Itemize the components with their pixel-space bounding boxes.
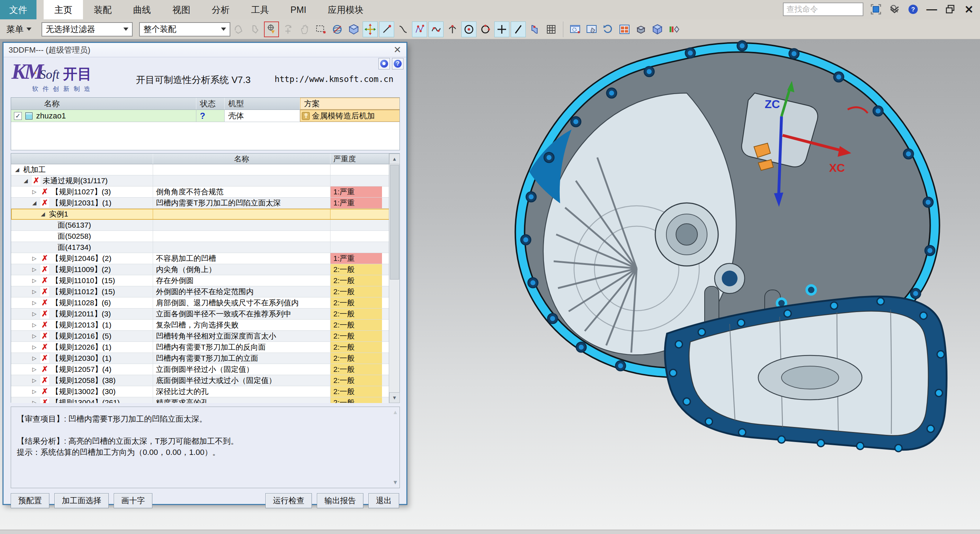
window-minimize-button[interactable]: —: [926, 3, 938, 15]
snap-point-icon[interactable]: [264, 21, 279, 37]
expand-arrow-icon[interactable]: ▷: [30, 333, 38, 339]
shaded-view-icon[interactable]: [346, 21, 361, 37]
collapse-arrow-icon[interactable]: ◢: [39, 211, 47, 217]
help-button[interactable]: ?: [392, 58, 403, 69]
collapse-arrow-icon[interactable]: ◢: [13, 166, 21, 173]
ribbon-tab-文件[interactable]: 文件: [0, 0, 37, 19]
help-icon[interactable]: ?: [907, 3, 919, 15]
tree-row[interactable]: ▷✗【规则12016】(5)凹槽转角半径相对立面深度而言太小2:一般: [11, 331, 399, 342]
minimize-ribbon-icon[interactable]: [888, 3, 900, 15]
tree-row[interactable]: ▷✗【规则11010】(15)存在外倒圆2:一般: [11, 275, 399, 286]
touch-mode-icon[interactable]: [231, 21, 246, 37]
ribbon-tab-曲线[interactable]: 曲线: [123, 0, 162, 19]
column-header-name[interactable]: 名称: [11, 98, 196, 110]
ribbon-tab-主页[interactable]: 主页: [44, 0, 83, 19]
intersection-snap-icon[interactable]: [494, 21, 509, 37]
collapse-arrow-icon[interactable]: ◢: [30, 200, 38, 206]
details-scroll-down-icon[interactable]: ▼: [392, 479, 398, 486]
move-object-icon[interactable]: [363, 21, 378, 37]
expand-arrow-icon[interactable]: ▷: [30, 311, 38, 317]
ribbon-tab-分析[interactable]: 分析: [201, 0, 240, 19]
fit-window-icon[interactable]: [568, 21, 582, 37]
ribbon-tab-应用模块[interactable]: 应用模块: [317, 0, 374, 19]
part-checkbox[interactable]: ✓: [14, 112, 22, 120]
section-view-icon[interactable]: [633, 21, 648, 37]
expand-arrow-icon[interactable]: ▷: [30, 277, 38, 284]
tree-row[interactable]: ▷✗【规则11012】(15)外倒圆的半径不在给定范围内2:一般: [11, 286, 399, 297]
expand-arrow-icon[interactable]: ▷: [30, 266, 38, 273]
solid-cube-icon[interactable]: [650, 21, 665, 37]
rotate-view-icon[interactable]: [601, 21, 616, 37]
tree-row[interactable]: ▷✗【规则11027】(3)倒角角度不符合规范1:严重: [11, 187, 399, 198]
face-snap-icon[interactable]: [527, 21, 542, 37]
pan-hand-icon[interactable]: [297, 21, 312, 37]
expand-arrow-icon[interactable]: ▷: [30, 255, 38, 261]
ribbon-tab-视图[interactable]: 视图: [162, 0, 201, 19]
tree-row[interactable]: ▷✗【规则12013】(1)复杂凹槽，方向选择失败2:一般: [11, 320, 399, 331]
ribbon-tab-PMI[interactable]: PMI: [280, 0, 317, 19]
dialog-close-button[interactable]: ✕: [393, 45, 401, 56]
expand-arrow-icon[interactable]: ▷: [30, 388, 38, 395]
expand-arrow-icon[interactable]: ▷: [30, 189, 38, 195]
button-运行检查[interactable]: 运行检查: [266, 493, 312, 508]
expand-arrow-icon[interactable]: ▷: [30, 399, 38, 403]
expand-arrow-icon[interactable]: ▷: [30, 300, 38, 306]
expand-arrow-icon[interactable]: ▷: [30, 377, 38, 384]
pan-view-icon[interactable]: [584, 21, 599, 37]
tree-row[interactable]: ▷✗【规则11009】(2)内尖角（倒角上）2:一般: [11, 264, 399, 275]
tangent-snap-icon[interactable]: [396, 21, 410, 37]
tree-row[interactable]: ▷✗【规则12030】(1)凹槽内有需要T形刀加工的立面2:一般: [11, 353, 399, 364]
tree-row[interactable]: 面(56137): [11, 220, 399, 231]
marquee-select-icon[interactable]: [313, 21, 328, 37]
spline-pole-snap-icon[interactable]: [412, 21, 427, 37]
expand-arrow-icon[interactable]: ▷: [30, 366, 38, 373]
details-scroll-up-icon[interactable]: ▲: [392, 409, 398, 416]
collapse-arrow-icon[interactable]: ◢: [22, 177, 30, 184]
scroll-down-icon[interactable]: ▼: [389, 392, 400, 403]
reorient-icon[interactable]: [280, 21, 296, 37]
ribbon-tab-工具[interactable]: 工具: [240, 0, 280, 19]
tree-column-name[interactable]: 名称: [153, 153, 331, 164]
selection-filter-dropdown[interactable]: 无选择过滤器: [41, 22, 133, 37]
tree-row[interactable]: ▷✗【规则12011】(3)立面各倒圆半径不一致或不在推荐系列中2:一般: [11, 309, 399, 320]
tree-row[interactable]: ▷✗【规则12026】(1)凹槽内有需要T形刀加工的反向面2:一般: [11, 342, 399, 353]
tree-row[interactable]: ◢✗未通过规则(31/117): [11, 175, 399, 187]
tree-row[interactable]: ▷✗【规则13004】(261)精度要求高的孔2:一般: [11, 397, 399, 403]
button-退出[interactable]: 退出: [368, 493, 399, 508]
tree-row[interactable]: ▷✗【规则13002】(30)深径比过大的孔2:一般: [11, 386, 399, 397]
column-header-scheme[interactable]: 方案: [300, 98, 399, 110]
tree-column-severity[interactable]: 严重度: [331, 153, 382, 164]
expand-arrow-icon[interactable]: ▷: [30, 289, 38, 295]
expand-arrow-icon[interactable]: ▷: [30, 344, 38, 351]
window-close-button[interactable]: ✕: [963, 3, 975, 15]
tree-row[interactable]: ▷✗【规则12046】(2)不容易加工的凹槽1:严重: [11, 253, 399, 264]
expand-arrow-icon[interactable]: ▷: [30, 322, 38, 328]
quadrant-snap-icon[interactable]: [445, 21, 460, 37]
button-画十字[interactable]: 画十字: [114, 493, 153, 508]
curve-point-snap-icon[interactable]: [428, 21, 444, 37]
result-details-panel[interactable]: 【审查项目】: 凹槽内需要T形刀加工的凹陷立面太深。 【结果分析】: 高亮的凹槽…: [11, 406, 400, 488]
scrollbar-thumb[interactable]: [390, 165, 399, 279]
tree-row[interactable]: ◢实例1: [11, 209, 399, 220]
command-search-box[interactable]: [783, 3, 864, 16]
about-button[interactable]: [379, 58, 390, 69]
layout-grid-icon[interactable]: [617, 21, 632, 37]
clip-section-icon[interactable]: [666, 21, 681, 37]
tree-row[interactable]: ▷✗【规则12057】(4)立面倒圆半径过小（固定值）2:一般: [11, 364, 399, 375]
tree-row[interactable]: ◢机加工: [11, 164, 399, 175]
scroll-up-icon[interactable]: ▲: [389, 153, 400, 164]
tree-row[interactable]: 面(41734): [11, 242, 399, 253]
point-on-line-snap-icon[interactable]: [511, 21, 526, 37]
part-row[interactable]: ✓ zhuzao1 ? 壳体 金属模铸造后机加: [11, 110, 399, 122]
tree-row[interactable]: ▷✗【规则11028】(6)肩部倒圆、退刀槽缺失或尺寸不在系列值内2:一般: [11, 297, 399, 309]
menu-button[interactable]: 菜单: [3, 24, 35, 35]
tree-row[interactable]: ◢✗【规则12031】(1)凹槽内需要T形刀加工的凹陷立面太深1:严重: [11, 198, 399, 209]
dialog-title-bar[interactable]: 3DDFM--- (超级管理员) ✕: [3, 43, 406, 57]
point-on-circle-snap-icon[interactable]: [478, 21, 493, 37]
tree-scrollbar[interactable]: ▲ ▼: [389, 153, 399, 403]
button-预配置[interactable]: 预配置: [11, 493, 49, 508]
ribbon-tab-装配[interactable]: 装配: [83, 0, 123, 19]
main-bore[interactable]: [655, 203, 718, 266]
tree-row[interactable]: ▷✗【规则12058】(38)底面倒圆半径过大或过小（固定值）2:一般: [11, 375, 399, 386]
column-header-status[interactable]: 状态: [196, 98, 224, 110]
